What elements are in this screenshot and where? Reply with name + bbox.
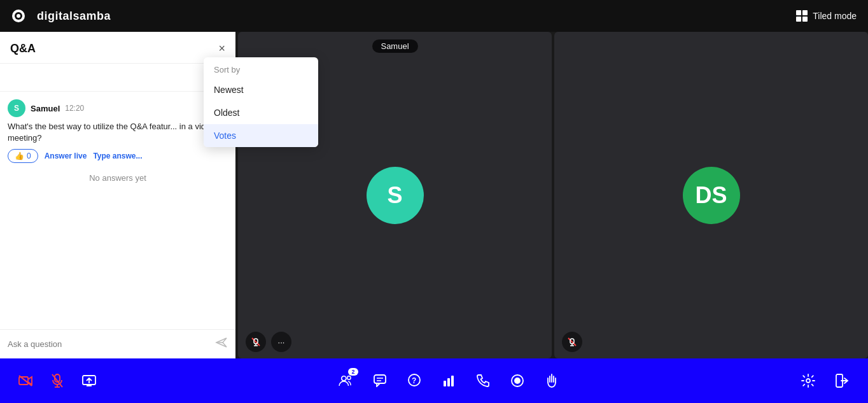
logo-icon — [11, 9, 31, 23]
tiled-mode-btn[interactable]: Tiled mode — [796, 10, 857, 22]
thumb-up-icon: 👍 — [15, 152, 24, 160]
qa-questions-list: S Samuel 12:20 What's the best way to ut… — [0, 92, 235, 329]
video-name-badge-samuel: Samuel — [372, 39, 417, 53]
more-options-samuel[interactable]: ··· — [271, 332, 291, 352]
toolbar-center: 2 ? — [102, 368, 795, 393]
mic-off-icon-ds — [567, 337, 577, 347]
logo-text: digitalsamba — [37, 10, 111, 23]
raise-hand-icon — [546, 374, 557, 388]
svg-rect-28 — [374, 375, 386, 383]
mic-off-icon-toolbar — [52, 374, 63, 388]
qa-input-area — [0, 329, 235, 358]
polls-button[interactable] — [436, 368, 461, 393]
vote-count: 0 — [27, 152, 31, 160]
video-controls-ds — [562, 332, 582, 352]
sort-option-oldest[interactable]: Oldest — [204, 101, 318, 124]
mute-icon-ds[interactable] — [562, 332, 582, 352]
record-button[interactable] — [505, 368, 530, 393]
svg-rect-34 — [447, 378, 450, 386]
participants-badge: 2 — [348, 368, 358, 376]
sort-label: Sort by — [204, 57, 318, 78]
svg-point-38 — [806, 379, 810, 383]
question-actions: 👍 0 Answer live Type answe... — [8, 149, 228, 163]
question-item: S Samuel 12:20 What's the best way to ut… — [8, 99, 228, 183]
qa-sort-bar — [0, 64, 235, 92]
toolbar-left — [13, 368, 102, 393]
svg-text:?: ? — [412, 376, 416, 385]
bottom-toolbar: 2 ? — [0, 358, 868, 403]
settings-button[interactable] — [795, 368, 821, 393]
chat-button[interactable] — [367, 368, 393, 393]
video-avatar-ds: DS — [683, 167, 740, 224]
question-text: What's the best way to utilize the Q&A f… — [8, 121, 228, 144]
settings-icon — [801, 374, 815, 388]
video-controls-samuel: ··· — [246, 332, 291, 352]
qa-header: Q&A × — [0, 32, 235, 64]
ellipsis-icon: ··· — [278, 337, 285, 347]
exit-icon — [836, 374, 850, 388]
record-icon — [510, 374, 524, 388]
exit-button[interactable] — [830, 368, 855, 393]
tiled-mode-label: Tiled mode — [813, 11, 857, 21]
qa-button[interactable]: ? — [402, 368, 427, 393]
send-icon — [215, 336, 228, 349]
vote-button[interactable]: 👍 0 — [8, 149, 38, 163]
toolbar-right — [795, 368, 855, 393]
ask-question-input[interactable] — [8, 339, 210, 349]
question-time: 12:20 — [65, 104, 84, 113]
tiled-icon — [796, 10, 808, 22]
logo-area: digitalsamba — [11, 9, 111, 23]
sort-option-votes[interactable]: Votes — [204, 124, 318, 147]
svg-point-37 — [514, 378, 521, 384]
video-area: Samuel S ··· DS — [235, 32, 868, 358]
camera-off-icon — [18, 375, 32, 386]
svg-rect-33 — [444, 381, 446, 386]
svg-point-27 — [347, 376, 351, 379]
no-answers-text: No answers yet — [8, 173, 228, 183]
chat-icon — [374, 374, 386, 387]
mic-toggle-button[interactable] — [45, 368, 70, 393]
main-content: Q&A × S Samuel 12:20 — [0, 32, 868, 358]
topbar: digitalsamba Tiled mode — [0, 0, 868, 32]
svg-rect-16 — [19, 377, 28, 385]
raise-hand-button[interactable] — [539, 368, 564, 393]
sort-option-newest[interactable]: Newest — [204, 78, 318, 101]
svg-point-26 — [342, 376, 346, 381]
screen-share-icon — [82, 375, 96, 386]
qa-close-button[interactable]: × — [218, 42, 225, 55]
mic-off-icon — [251, 337, 261, 347]
video-tile-ds: DS — [554, 32, 868, 358]
question-user-name: Samuel — [31, 104, 60, 113]
question-meta: S Samuel 12:20 — [8, 99, 228, 117]
svg-rect-35 — [451, 376, 454, 386]
phone-icon — [476, 374, 490, 388]
qa-panel: Q&A × S Samuel 12:20 — [0, 32, 235, 358]
video-avatar-samuel: S — [367, 167, 424, 224]
participants-button[interactable]: 2 — [333, 368, 358, 393]
qa-title: Q&A — [10, 42, 36, 55]
send-question-button[interactable] — [215, 336, 228, 352]
camera-toggle-button[interactable] — [13, 368, 38, 393]
phone-button[interactable] — [470, 368, 496, 393]
qa-icon: ? — [408, 374, 421, 388]
svg-point-2 — [17, 14, 20, 18]
type-answer-button[interactable]: Type answe... — [93, 152, 142, 160]
sort-dropdown: Sort by Newest Oldest Votes — [204, 57, 318, 147]
screen-share-button[interactable] — [76, 368, 102, 393]
user-avatar-small: S — [8, 99, 25, 117]
mute-icon-samuel[interactable] — [246, 332, 266, 352]
participants-icon — [339, 375, 353, 386]
polls-icon — [442, 374, 455, 387]
answer-live-button[interactable]: Answer live — [45, 152, 87, 160]
